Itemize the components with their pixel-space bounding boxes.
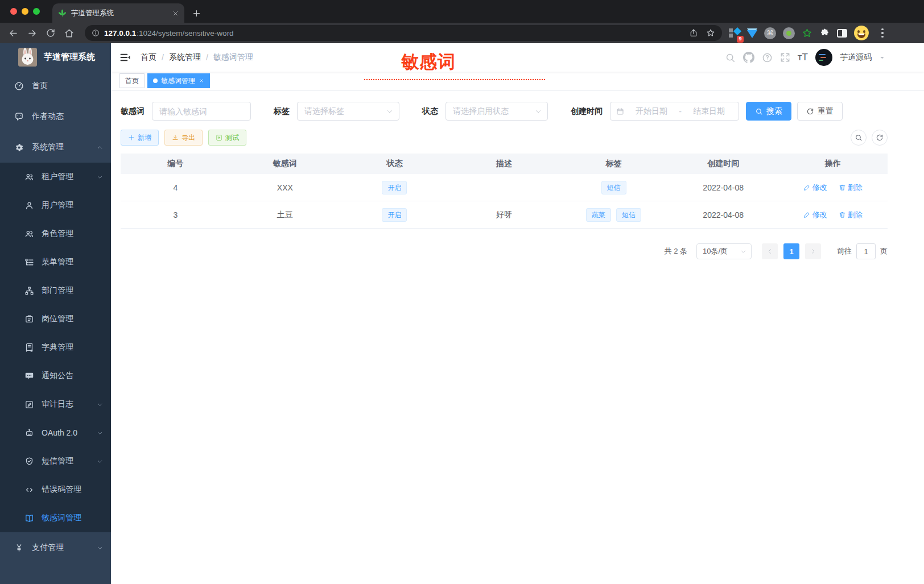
page-unit-label: 页 <box>880 246 888 256</box>
sidebar-item-tenant[interactable]: 租户管理 <box>0 163 111 191</box>
sidebar-item-role[interactable]: 角色管理 <box>0 219 111 248</box>
tag-sensitive-word[interactable]: 敏感词管理 <box>147 73 210 88</box>
chevron-up-icon <box>97 144 103 151</box>
app-title: 芋道管理系统 <box>44 52 95 63</box>
minimize-window-button[interactable] <box>22 8 28 15</box>
home-icon[interactable] <box>64 28 75 39</box>
sidebar-item-dept[interactable]: 部门管理 <box>0 276 111 305</box>
delete-link[interactable]: 删除 <box>839 183 863 193</box>
tab-close-icon[interactable] <box>172 10 179 16</box>
sidebar-item-system[interactable]: 系统管理 <box>0 132 111 163</box>
test-button[interactable]: 测试 <box>208 130 246 146</box>
sidebar-item-notice[interactable]: 通知公告 <box>0 362 111 390</box>
status-select[interactable]: 请选择启用状态 <box>446 102 548 121</box>
favicon-leaf-icon <box>58 9 67 18</box>
prev-page-button[interactable] <box>762 243 778 259</box>
add-button[interactable]: 新增 <box>121 130 159 146</box>
sidebar-item-payment[interactable]: 支付管理 <box>0 532 111 563</box>
tag-select[interactable]: 请选择标签 <box>297 102 399 121</box>
sidebar-item-menu[interactable]: 菜单管理 <box>0 248 111 276</box>
sidebar-item-sensitive-word[interactable]: 敏感词管理 <box>0 504 111 532</box>
page-size-select[interactable]: 10条/页 <box>696 243 752 259</box>
sidebar-item-user[interactable]: 用户管理 <box>0 191 111 219</box>
toggle-search-button[interactable] <box>851 130 867 146</box>
help-icon[interactable] <box>762 52 773 63</box>
audit-log-icon <box>24 400 34 409</box>
puzzle-extensions-icon[interactable] <box>819 28 830 39</box>
tag-label: 标签 <box>274 106 290 117</box>
bookmark-star-icon[interactable] <box>706 28 715 38</box>
sidebar-logo[interactable]: 芋道管理系统 <box>0 43 111 71</box>
edit-link[interactable]: 修改 <box>803 183 827 193</box>
sidebar-item-post[interactable]: 岗位管理 <box>0 305 111 333</box>
edit-link[interactable]: 修改 <box>803 210 827 220</box>
page-number-current[interactable]: 1 <box>783 243 799 259</box>
sidebar-item-author-news[interactable]: 作者动态 <box>0 101 111 132</box>
command-extension-icon[interactable]: ⌘ <box>764 27 776 39</box>
breadcrumb-home[interactable]: 首页 <box>141 52 156 63</box>
keyword-input[interactable] <box>152 102 251 121</box>
hamburger-icon[interactable] <box>119 52 131 63</box>
browser-menu-icon[interactable] <box>881 28 884 38</box>
address-bar[interactable]: 127.0.0.1:1024/system/sensitive-word <box>85 25 722 41</box>
user-avatar[interactable] <box>815 49 832 66</box>
breadcrumb-system[interactable]: 系统管理 <box>169 52 201 63</box>
chevron-down-icon <box>386 108 393 115</box>
calendar-icon <box>616 107 624 115</box>
chevron-down-icon <box>740 248 746 255</box>
user-icon <box>24 201 34 210</box>
forward-icon[interactable] <box>27 28 38 39</box>
sidebar-item-sms[interactable]: 短信管理 <box>0 447 111 475</box>
yen-icon <box>14 543 24 553</box>
recorder-extension-icon[interactable] <box>783 27 795 39</box>
next-page-button[interactable] <box>805 243 821 259</box>
profile-avatar[interactable] <box>854 26 869 40</box>
zoom-window-button[interactable] <box>33 8 40 15</box>
reset-button[interactable]: 重置 <box>797 102 843 121</box>
github-icon[interactable] <box>743 52 754 63</box>
site-info-icon[interactable] <box>92 29 100 37</box>
table-toolbar: 新增 导出 测试 <box>121 130 888 146</box>
tag-home[interactable]: 首页 <box>119 73 145 88</box>
reload-icon[interactable] <box>46 28 56 38</box>
dashboard-icon <box>14 81 24 91</box>
new-tab-button[interactable] <box>192 9 201 18</box>
header-search-icon[interactable] <box>725 52 736 63</box>
back-icon[interactable] <box>8 28 19 39</box>
font-size-icon[interactable]: тT <box>798 52 808 63</box>
devtools-extension-icon[interactable] <box>747 30 757 38</box>
share-icon[interactable] <box>689 28 698 38</box>
chevron-down-icon <box>97 430 103 436</box>
status-label: 状态 <box>422 106 438 117</box>
col-status: 状态 <box>340 159 449 169</box>
sidebar-item-error-code[interactable]: 错误码管理 <box>0 475 111 504</box>
goto-page-input[interactable] <box>856 243 876 259</box>
fullscreen-icon[interactable] <box>780 52 790 63</box>
table-header-row: 编号 敏感词 状态 描述 标签 创建时间 操作 <box>121 154 888 174</box>
window-controls[interactable] <box>10 8 40 15</box>
sidebar-item-audit-log[interactable]: 审计日志 <box>0 390 111 419</box>
sidebar-item-oauth[interactable]: OAuth 2.0 <box>0 419 111 447</box>
sidebar-item-home[interactable]: 首页 <box>0 71 111 101</box>
pagination: 共 2 条 10条/页 1 前往 页 <box>121 243 888 259</box>
username[interactable]: 芋道源码 <box>840 52 872 63</box>
delete-link[interactable]: 删除 <box>839 210 863 220</box>
browser-chrome: 芋道管理系统 127.0.0.1:1024/system/sensitive-w… <box>0 0 924 43</box>
refresh-table-button[interactable] <box>872 130 888 146</box>
export-button[interactable]: 导出 <box>164 130 203 146</box>
close-window-button[interactable] <box>10 8 17 15</box>
star-extension-icon[interactable] <box>802 28 812 39</box>
date-end[interactable]: 结束日期 <box>685 106 733 117</box>
col-actions: 操作 <box>778 159 888 169</box>
search-button[interactable]: 搜索 <box>746 102 791 121</box>
user-dropdown-caret-icon[interactable] <box>879 55 885 61</box>
date-range-picker[interactable]: 开始日期 - 结束日期 <box>610 102 739 121</box>
tag-close-icon[interactable] <box>199 78 204 84</box>
sidebar-item-dict[interactable]: 字典管理 <box>0 333 111 362</box>
extension-grid-icon[interactable]: 9 <box>729 27 740 39</box>
side-panel-icon[interactable] <box>837 29 847 38</box>
browser-tab[interactable]: 芋道管理系统 <box>52 3 184 23</box>
navbar-actions: тT 芋道源码 <box>725 49 885 66</box>
sidebar: 芋道管理系统 首页 作者动态 系统管理 <box>0 43 111 584</box>
date-start[interactable]: 开始日期 <box>628 106 675 117</box>
